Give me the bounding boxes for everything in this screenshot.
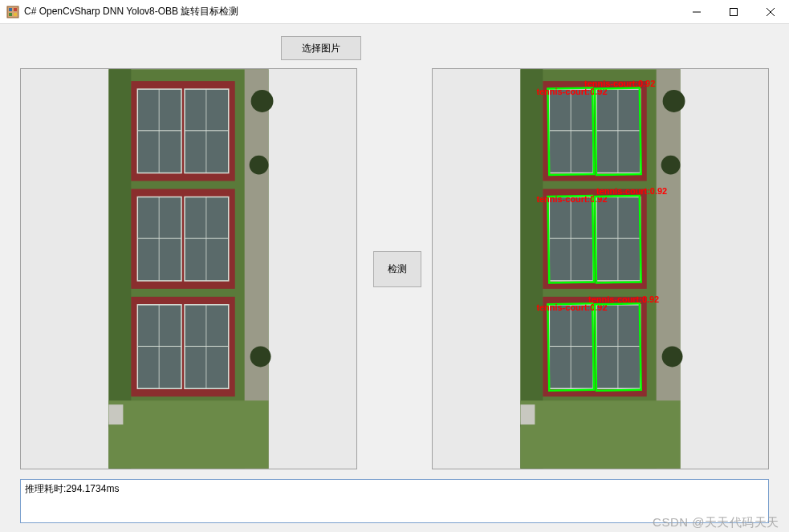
window-titlebar: C# OpenCvSharp DNN Yolov8-OBB 旋转目标检测 — [0, 0, 789, 24]
svg-point-15 — [250, 347, 271, 368]
close-button[interactable] — [752, 0, 789, 23]
client-area: 选择图片 — [0, 24, 789, 532]
svg-text:tennis-court:0.92: tennis-court:0.92 — [588, 294, 659, 304]
svg-rect-70 — [520, 404, 535, 424]
svg-rect-69 — [520, 400, 680, 469]
app-icon — [6, 6, 19, 18]
svg-point-44 — [663, 90, 685, 112]
title-left: C# OpenCvSharp DNN Yolov8-OBB 旋转目标检测 — [6, 5, 238, 18]
svg-rect-3 — [9, 13, 12, 16]
detect-button[interactable]: 检测 — [373, 251, 421, 287]
svg-rect-1 — [9, 8, 12, 11]
svg-rect-4 — [14, 13, 17, 16]
svg-point-46 — [662, 347, 683, 368]
minimize-button[interactable] — [678, 0, 715, 23]
svg-text:tennis-court:0.92: tennis-court:0.92 — [584, 79, 655, 88]
maximize-button[interactable] — [715, 0, 752, 23]
svg-point-45 — [661, 156, 681, 175]
svg-point-13 — [251, 90, 274, 112]
close-icon — [767, 8, 775, 16]
svg-text:tennis-court:0.92: tennis-court:0.92 — [596, 186, 667, 196]
result-textbox[interactable]: 推理耗时:294.1734ms — [20, 479, 769, 523]
svg-rect-39 — [108, 404, 123, 424]
window-controls — [678, 0, 789, 23]
result-text: 推理耗时:294.1734ms — [25, 483, 119, 494]
svg-point-14 — [250, 156, 269, 175]
select-image-button[interactable]: 选择图片 — [281, 36, 361, 60]
result-image: tennis-court:0.92 tennis-court:0.92 tenn… — [433, 69, 768, 469]
svg-rect-2 — [14, 8, 17, 11]
source-image-panel — [20, 68, 357, 469]
result-image-panel: tennis-court:0.92 tennis-court:0.92 tenn… — [432, 68, 769, 469]
svg-rect-38 — [108, 400, 268, 469]
window-title: C# OpenCvSharp DNN Yolov8-OBB 旋转目标检测 — [24, 5, 238, 18]
minimize-icon — [693, 8, 701, 16]
source-image — [21, 69, 356, 469]
svg-rect-6 — [730, 8, 738, 15]
maximize-icon — [730, 8, 738, 16]
